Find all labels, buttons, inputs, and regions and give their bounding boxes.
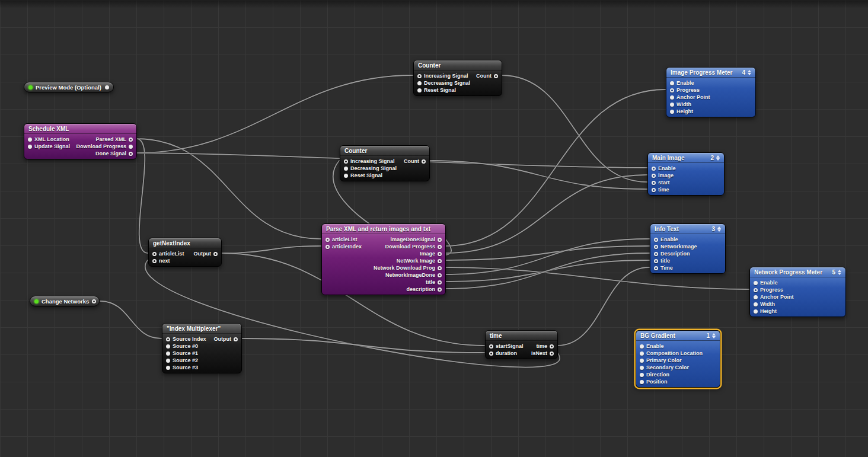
port-in-decreasing-signal[interactable]	[344, 167, 348, 171]
port-out-network-download-prog[interactable]	[438, 266, 442, 270]
node-title-bar[interactable]: "Index Multiplexer"	[162, 324, 241, 334]
node-bg-gradient[interactable]: BG Gradient1EnableComposition LocationPr…	[636, 330, 720, 388]
node-change-networks[interactable]: Change Networks	[30, 296, 100, 306]
node-network-progress-meter[interactable]: Network Progress Meter5EnableProgressAnc…	[749, 267, 846, 317]
node-title-bar[interactable]: Image Progress Meter4	[666, 68, 755, 78]
node-preview-mode[interactable]: Preview Mode (Optional)	[24, 82, 114, 92]
port-in-anchor-point[interactable]	[754, 295, 758, 299]
node-title-bar[interactable]: Parse XML and return images and txt	[322, 224, 445, 234]
port-out-count[interactable]	[422, 159, 426, 164]
layer-stepper-icon[interactable]	[838, 270, 841, 275]
node-counter-1[interactable]: CounterIncreasing SignalCountDecreasing …	[413, 60, 502, 96]
wire-schedule-xml-to-get-next-index[interactable]	[136, 139, 148, 253]
layer-stepper-icon[interactable]	[748, 70, 751, 75]
port-in-description[interactable]	[654, 252, 658, 256]
port-out-isnext[interactable]	[550, 351, 554, 356]
node-title-bar[interactable]: Main Image2	[648, 153, 724, 163]
port-in-title[interactable]	[654, 259, 658, 263]
port-in-progress[interactable]	[670, 88, 674, 92]
port-in-progress[interactable]	[754, 288, 758, 292]
port-out-download-progress[interactable]	[438, 245, 442, 249]
port-in-next[interactable]	[152, 259, 157, 263]
port-in-source-3[interactable]	[166, 366, 170, 370]
port-in-articlelist[interactable]	[152, 252, 157, 256]
port-out-imagedonesignal[interactable]	[438, 238, 442, 242]
port-in-height[interactable]	[754, 309, 758, 314]
port-out-networkimagedone[interactable]	[438, 273, 442, 277]
port-out-download-progress[interactable]	[129, 145, 133, 149]
port-out-count[interactable]	[494, 74, 498, 78]
wire-parse-xml-to-info-text[interactable]	[445, 239, 649, 274]
node-title-bar[interactable]: BG Gradient1	[636, 331, 720, 341]
port-out-output[interactable]	[234, 337, 238, 341]
port-in-time[interactable]	[652, 188, 656, 192]
node-counter-2[interactable]: CounterIncreasing SignalCountDecreasing …	[340, 145, 430, 181]
layer-stepper-icon[interactable]	[716, 155, 720, 161]
port-out-out[interactable]	[92, 299, 96, 303]
node-title-bar[interactable]: Schedule XML	[24, 124, 136, 134]
port-in-image[interactable]	[652, 174, 656, 178]
port-in-increasing-signal[interactable]	[344, 159, 348, 164]
port-in-width[interactable]	[754, 302, 758, 306]
node-schedule-xml[interactable]: Schedule XMLXML LocationParsed XMLUpdate…	[24, 123, 137, 159]
port-in-enable[interactable]	[640, 344, 644, 349]
node-info-text[interactable]: Info Text3EnableNetworkImageDescriptiont…	[650, 223, 726, 274]
wire-schedule-xml-to-counter-1[interactable]	[136, 75, 413, 153]
node-title-bar[interactable]: Counter	[414, 60, 502, 71]
node-title-bar[interactable]: Counter	[340, 146, 429, 156]
port-in-enable[interactable]	[652, 167, 656, 171]
port-in-xml-location[interactable]	[28, 138, 32, 142]
wire-change-networks-to-index-multiplexer[interactable]	[100, 301, 161, 338]
node-title-bar[interactable]: getNextIndex	[149, 238, 221, 248]
port-out-parsed-xml[interactable]	[129, 138, 133, 142]
wire-parse-xml-to-info-text[interactable]	[445, 246, 649, 260]
node-title-bar[interactable]: Network Progress Meter5	[750, 267, 845, 277]
port-in-decreasing-signal[interactable]	[417, 81, 422, 85]
node-title-bar[interactable]: time	[486, 331, 557, 341]
port-in-source-0[interactable]	[166, 344, 170, 349]
port-in-enable[interactable]	[754, 281, 758, 285]
port-in-anchor-point[interactable]	[670, 95, 674, 100]
port-out-network-image[interactable]	[438, 259, 442, 263]
port-in-start[interactable]	[652, 181, 656, 185]
wire-index-multiplexer-to-time[interactable]	[241, 338, 484, 353]
port-out-done-signal[interactable]	[129, 152, 133, 156]
port-in-increasing-signal[interactable]	[417, 74, 422, 78]
port-out-output[interactable]	[213, 252, 218, 256]
port-in-direction[interactable]	[640, 373, 644, 377]
port-in-reset-signal[interactable]	[417, 88, 422, 92]
port-in-update-signal[interactable]	[28, 145, 32, 149]
layer-stepper-icon[interactable]	[717, 226, 721, 232]
node-index-multiplexer[interactable]: "Index Multiplexer"Source IndexOutputSou…	[162, 323, 242, 373]
port-in-startsignal[interactable]	[489, 344, 493, 349]
port-in-source-1[interactable]	[166, 351, 170, 356]
port-in-source-2[interactable]	[166, 359, 170, 363]
port-in-articleindex[interactable]	[326, 245, 330, 249]
node-time[interactable]: timestartSignaltimedurationisNext	[485, 330, 558, 359]
port-in-composition-location[interactable]	[640, 351, 644, 356]
port-out-time[interactable]	[550, 344, 554, 349]
port-in-primary-color[interactable]	[640, 359, 644, 363]
port-in-reset-signal[interactable]	[344, 174, 348, 178]
node-image-progress-meter[interactable]: Image Progress Meter4EnableProgressAncho…	[666, 67, 756, 117]
graph-canvas[interactable]: Preview Mode (Optional)Schedule XMLXML L…	[0, 0, 868, 457]
port-in-position[interactable]	[640, 380, 644, 384]
port-out-image[interactable]	[438, 252, 442, 256]
port-in-duration[interactable]	[489, 351, 493, 356]
port-in-source-index[interactable]	[166, 337, 170, 341]
node-parse-xml[interactable]: Parse XML and return images and txtartic…	[321, 223, 446, 295]
port-in-enable[interactable]	[654, 238, 658, 242]
port-in-enable[interactable]	[670, 81, 674, 85]
port-in-width[interactable]	[670, 103, 674, 107]
port-out-title[interactable]	[438, 280, 442, 285]
port-out-description[interactable]	[438, 287, 442, 292]
node-get-next-index[interactable]: getNextIndexarticleListOutputnext	[148, 238, 222, 267]
layer-stepper-icon[interactable]	[712, 333, 716, 338]
port-in-networkimage[interactable]	[654, 245, 658, 249]
port-in-articlelist[interactable]	[326, 238, 330, 242]
port-in-secondary-color[interactable]	[640, 366, 644, 370]
port-in-time[interactable]	[654, 266, 658, 270]
node-title-bar[interactable]: Info Text3	[650, 224, 725, 234]
node-main-image[interactable]: Main Image2Enableimagestarttime	[647, 152, 725, 196]
port-in-height[interactable]	[670, 110, 674, 114]
